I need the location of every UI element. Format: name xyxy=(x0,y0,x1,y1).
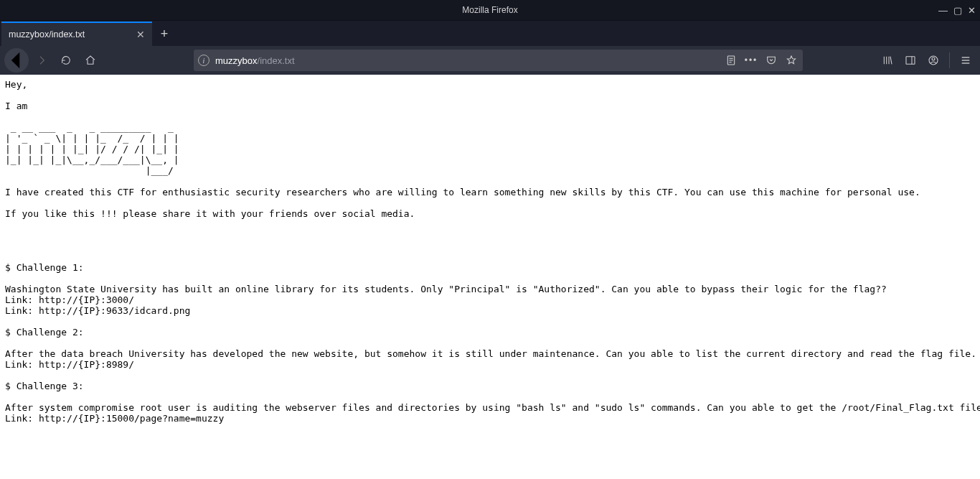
forward-button[interactable] xyxy=(30,49,53,72)
reader-mode-icon[interactable] xyxy=(724,53,738,68)
arrow-left-icon xyxy=(4,48,29,73)
svg-rect-8 xyxy=(906,57,915,65)
back-button[interactable] xyxy=(4,48,29,73)
reload-button[interactable] xyxy=(55,49,77,72)
url-text: muzzybox/index.txt xyxy=(215,55,718,66)
library-icon[interactable] xyxy=(877,50,897,70)
tab-title: muzzybox/index.txt xyxy=(9,29,131,39)
home-button[interactable] xyxy=(79,49,102,72)
window-title: Mozilla Firefox xyxy=(462,5,517,15)
window-titlebar: Mozilla Firefox — ▢ ✕ xyxy=(0,0,980,20)
nav-toolbar: i muzzybox/index.txt ••• xyxy=(0,46,980,75)
site-info-icon[interactable]: i xyxy=(198,55,209,66)
tab-close-icon[interactable]: ✕ xyxy=(136,29,145,39)
maximize-icon[interactable]: ▢ xyxy=(953,5,962,16)
tab-bar: muzzybox/index.txt ✕ + xyxy=(0,20,980,46)
url-path: /index.txt xyxy=(258,55,295,66)
reload-icon xyxy=(60,55,72,66)
sidebar-icon[interactable] xyxy=(900,50,920,70)
arrow-right-icon xyxy=(36,55,47,66)
url-bar[interactable]: i muzzybox/index.txt ••• xyxy=(194,50,803,71)
menu-button[interactable] xyxy=(956,50,976,70)
svg-line-7 xyxy=(890,57,892,65)
pocket-icon[interactable] xyxy=(764,53,778,68)
toolbar-separator xyxy=(949,52,950,68)
close-icon[interactable]: ✕ xyxy=(968,5,976,16)
minimize-icon[interactable]: — xyxy=(938,5,948,16)
urlbar-right: ••• xyxy=(724,53,798,68)
page-content: Hey, I am _ __ ___ _ _ _________ _ | '_ … xyxy=(0,75,980,479)
toolbar-right xyxy=(877,50,976,70)
home-icon xyxy=(85,55,96,66)
svg-point-11 xyxy=(932,57,935,60)
new-tab-button[interactable]: + xyxy=(152,22,176,46)
profile-icon[interactable] xyxy=(923,50,943,70)
url-host: muzzybox xyxy=(215,55,258,66)
more-icon[interactable]: ••• xyxy=(744,53,758,68)
browser-tab[interactable]: muzzybox/index.txt ✕ xyxy=(1,22,152,46)
window-controls: — ▢ ✕ xyxy=(938,5,976,16)
bookmark-star-icon[interactable] xyxy=(784,53,798,68)
